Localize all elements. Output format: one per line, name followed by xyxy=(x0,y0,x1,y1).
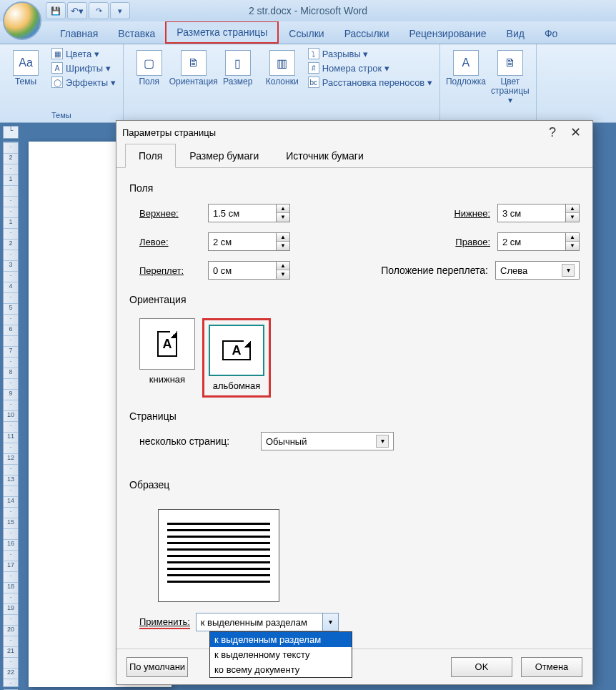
themes-button[interactable]: Aa Темы xyxy=(6,47,46,87)
breaks-button[interactable]: ⤵Разрывы ▾ xyxy=(307,47,434,60)
ribbon-tab-2[interactable]: Разметка страницы xyxy=(165,21,279,44)
ruler-tick: · xyxy=(4,292,18,300)
cancel-button[interactable]: Отмена xyxy=(521,657,582,677)
ruler-tick: · xyxy=(4,357,18,365)
dialog-title-bar[interactable]: Параметры страницы ? ✕ xyxy=(116,121,592,144)
ruler-tick: · xyxy=(4,464,18,472)
office-button[interactable] xyxy=(3,1,41,40)
hyphenation-button[interactable]: bcРасстановка переносов ▾ xyxy=(307,76,434,89)
spin-up-icon[interactable]: ▲ xyxy=(277,233,289,242)
ruler-tick: · xyxy=(4,614,18,622)
gutter-position-label: Положение переплета: xyxy=(381,265,495,276)
page-color-button[interactable]: 🗎Цвет страницы ▾ xyxy=(490,47,530,106)
top-margin-input[interactable] xyxy=(208,204,277,222)
apply-to-select[interactable]: к выделенным разделам ▾ xyxy=(196,613,339,631)
ribbon-tabs: ГлавнаяВставкаРазметка страницыСсылкиРас… xyxy=(0,21,616,44)
right-margin-input[interactable] xyxy=(497,232,566,251)
multiple-pages-label: несколько страниц: xyxy=(139,435,261,447)
orientation-portrait[interactable]: A книжная xyxy=(139,318,195,398)
top-margin-label: Верхнее: xyxy=(139,207,208,219)
vertical-ruler[interactable]: ·2·1···1·2·3·4·5·6·7·8·9·10·11·12·13·14·… xyxy=(3,142,19,687)
help-button[interactable]: ? xyxy=(541,125,564,140)
apply-option-2[interactable]: ко всему документу xyxy=(210,662,352,677)
ribbon-tab-3[interactable]: Ссылки xyxy=(279,24,334,44)
ribbon-group-page-setup: ▢Поля 🗎Ориентация ▯Размер ▥Колонки ⤵Разр… xyxy=(124,44,440,122)
undo-icon: ↶ xyxy=(71,6,79,16)
top-margin-spinner[interactable]: ▲▼ xyxy=(208,204,290,222)
columns-button[interactable]: ▥Колонки xyxy=(262,47,302,87)
spin-down-icon[interactable]: ▼ xyxy=(277,213,289,222)
left-margin-label: Левое: xyxy=(139,236,208,247)
spin-up-icon[interactable]: ▲ xyxy=(277,262,289,270)
apply-to-label: Применить: xyxy=(139,616,190,629)
close-button[interactable]: ✕ xyxy=(564,124,587,140)
size-icon: ▯ xyxy=(225,50,251,76)
spin-down-icon[interactable]: ▼ xyxy=(566,242,579,250)
ruler-tick: 12 xyxy=(4,453,18,461)
multiple-pages-select[interactable]: Обычный ▾ xyxy=(261,432,394,450)
ruler-tick: · xyxy=(4,196,18,204)
page-setup-dialog: Параметры страницы ? ✕ ПоляРазмер бумаги… xyxy=(116,120,593,685)
theme-colors-button[interactable]: ▦Цвета ▾ xyxy=(50,47,117,60)
ruler-tick: 16 xyxy=(4,539,18,547)
ruler-tick: 14 xyxy=(4,496,18,504)
gutter-label: Переплет: xyxy=(139,265,208,276)
ruler-tick: 3 xyxy=(4,260,18,268)
qat-more-button[interactable]: ▾ xyxy=(110,2,130,19)
apply-option-0[interactable]: к выделенным разделам xyxy=(210,632,352,647)
hyphenation-icon: bc xyxy=(308,77,319,88)
spin-down-icon[interactable]: ▼ xyxy=(277,242,289,250)
ruler-tick: 7 xyxy=(4,346,18,354)
ribbon-tab-4[interactable]: Рассылки xyxy=(334,24,399,44)
spin-up-icon[interactable]: ▲ xyxy=(566,233,579,242)
gutter-position-select[interactable]: Слева ▾ xyxy=(495,261,580,280)
gutter-spinner[interactable]: ▲▼ xyxy=(208,261,290,280)
ruler-tick: · xyxy=(4,314,18,322)
dialog-tab-0[interactable]: Поля xyxy=(125,144,176,168)
ribbon: Aa Темы ▦Цвета ▾ AШрифты ▾ ◯Эффекты ▾ Те… xyxy=(0,44,616,123)
left-margin-input[interactable] xyxy=(208,232,277,251)
right-margin-spinner[interactable]: ▲▼ xyxy=(497,232,580,251)
window-title: 2 str.docx - Microsoft Word xyxy=(249,5,367,16)
watermark-button[interactable]: AПодложка xyxy=(446,47,486,87)
apply-option-1[interactable]: к выделенному тексту xyxy=(210,647,352,662)
spin-down-icon[interactable]: ▼ xyxy=(277,270,289,279)
bottom-margin-input[interactable] xyxy=(497,204,566,222)
ribbon-tab-5[interactable]: Рецензирование xyxy=(399,24,497,44)
bottom-margin-spinner[interactable]: ▲▼ xyxy=(497,204,580,222)
orientation-button[interactable]: 🗎Ориентация xyxy=(174,47,214,87)
default-button[interactable]: По умолчани xyxy=(126,657,188,677)
margins-button[interactable]: ▢Поля xyxy=(129,47,169,87)
theme-effects-button[interactable]: ◯Эффекты ▾ xyxy=(50,76,117,89)
ruler-tick: · xyxy=(4,400,18,408)
size-button[interactable]: ▯Размер xyxy=(218,47,258,87)
ruler-tick: · xyxy=(4,142,18,150)
theme-effects-label: Эффекты ▾ xyxy=(66,77,116,88)
line-numbers-button[interactable]: #Номера строк ▾ xyxy=(307,61,434,74)
dialog-tab-1[interactable]: Размер бумаги xyxy=(176,144,272,168)
save-button[interactable]: 💾 xyxy=(46,2,66,19)
undo-button[interactable]: ↶ ▾ xyxy=(67,2,87,19)
gutter-input[interactable] xyxy=(208,261,277,280)
ribbon-tab-0[interactable]: Главная xyxy=(50,24,108,44)
ruler-tick: · xyxy=(4,185,18,193)
spin-down-icon[interactable]: ▼ xyxy=(566,213,579,222)
theme-fonts-button[interactable]: AШрифты ▾ xyxy=(50,61,117,74)
ribbon-tab-1[interactable]: Вставка xyxy=(108,24,165,44)
ribbon-tab-6[interactable]: Вид xyxy=(497,24,535,44)
ruler-corner[interactable]: └ xyxy=(3,126,19,139)
left-margin-spinner[interactable]: ▲▼ xyxy=(208,232,290,251)
ribbon-tab-7[interactable]: Фо xyxy=(535,24,567,44)
ok-button[interactable]: OK xyxy=(451,657,512,677)
ruler-tick: 2 xyxy=(4,153,18,161)
spin-up-icon[interactable]: ▲ xyxy=(566,204,579,213)
redo-button[interactable]: ↷ xyxy=(89,2,109,19)
dialog-tab-2[interactable]: Источник бумаги xyxy=(272,144,377,168)
ruler-tick: 11 xyxy=(4,432,18,440)
orientation-landscape[interactable]: A альбомная xyxy=(202,318,271,398)
themes-label: Темы xyxy=(15,77,36,87)
orientation-label: Ориентация xyxy=(169,77,218,87)
ruler-tick: · xyxy=(4,164,18,172)
spin-up-icon[interactable]: ▲ xyxy=(277,204,289,213)
margins-label: Поля xyxy=(139,77,159,87)
